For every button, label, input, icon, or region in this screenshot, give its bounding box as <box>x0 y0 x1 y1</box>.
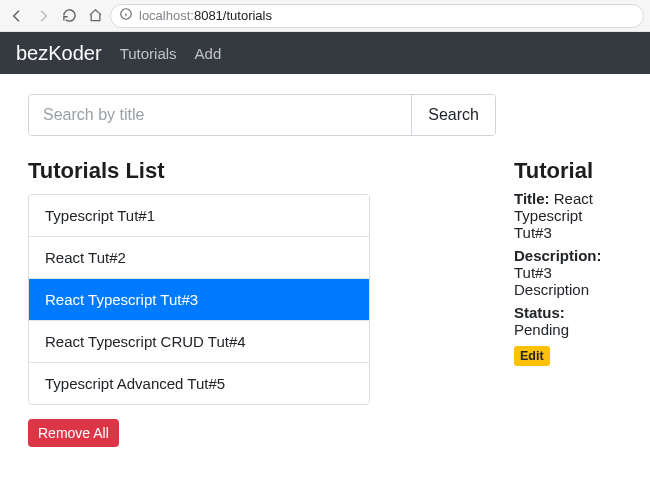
detail-description: Description: Tut#3 Description <box>514 247 622 298</box>
main-content: Search Tutorials List Typescript Tut#1 R… <box>0 74 650 447</box>
list-heading: Tutorials List <box>28 158 496 184</box>
forward-icon[interactable] <box>32 5 54 27</box>
search-input[interactable] <box>29 95 411 135</box>
navbar: bezKoder Tutorials Add <box>0 32 650 74</box>
remove-all-button[interactable]: Remove All <box>28 419 119 447</box>
list-item[interactable]: React Tut#2 <box>29 237 369 279</box>
detail-status: Status: Pending <box>514 304 622 338</box>
brand[interactable]: bezKoder <box>16 42 102 65</box>
nav-link-add[interactable]: Add <box>195 45 222 62</box>
reload-icon[interactable] <box>58 5 80 27</box>
edit-button[interactable]: Edit <box>514 346 550 366</box>
search-group: Search <box>28 94 496 136</box>
info-icon <box>119 7 133 24</box>
search-button[interactable]: Search <box>411 95 495 135</box>
browser-toolbar: localhost:8081/tutorials <box>0 0 650 32</box>
home-icon[interactable] <box>84 5 106 27</box>
back-icon[interactable] <box>6 5 28 27</box>
address-bar[interactable]: localhost:8081/tutorials <box>110 4 644 28</box>
url-text: localhost:8081/tutorials <box>139 8 272 23</box>
tutorial-list: Typescript Tut#1 React Tut#2 React Types… <box>28 194 370 405</box>
detail-heading: Tutorial <box>514 158 622 184</box>
list-item[interactable]: Typescript Tut#1 <box>29 195 369 237</box>
detail-title: Title: React Typescript Tut#3 <box>514 190 622 241</box>
nav-link-tutorials[interactable]: Tutorials <box>120 45 177 62</box>
list-item[interactable]: React Typescript Tut#3 <box>29 279 369 321</box>
list-item[interactable]: Typescript Advanced Tut#5 <box>29 363 369 404</box>
list-item[interactable]: React Typescript CRUD Tut#4 <box>29 321 369 363</box>
